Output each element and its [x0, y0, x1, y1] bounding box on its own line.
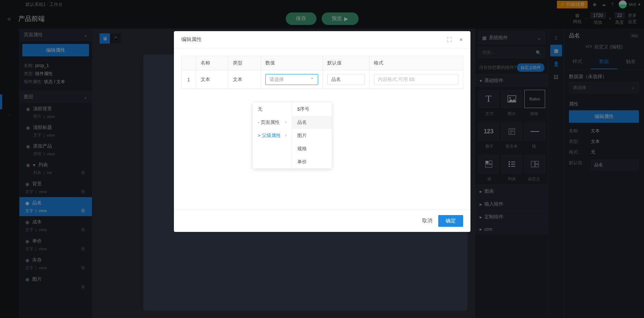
prop-format-input[interactable]: 内容格式,可用 $$	[374, 74, 458, 85]
chevron-up-icon: ⌃	[310, 77, 314, 82]
close-icon[interactable]: ✕	[459, 37, 463, 42]
cascade-item-parentprop[interactable]: > 父级属性›	[253, 129, 292, 142]
prop-default-input[interactable]: 品名	[327, 74, 365, 85]
cascade-item-index[interactable]: $序号	[292, 103, 332, 116]
cascade-item-price[interactable]: 单价	[292, 155, 332, 169]
cascade-item-none[interactable]: 无	[253, 103, 292, 116]
prop-name[interactable]: 文本	[196, 70, 228, 89]
expand-icon[interactable]: ⛶	[447, 37, 452, 42]
cascade-item-spec[interactable]: 规格	[292, 142, 332, 155]
confirm-button[interactable]: 确定	[438, 215, 463, 227]
prop-type[interactable]: 文本	[228, 70, 261, 89]
cascade-item-name[interactable]: 品名	[292, 116, 332, 129]
cascade-item-image[interactable]: 图片	[292, 129, 332, 142]
chevron-right-icon: ›	[285, 119, 287, 126]
prop-value-select[interactable]: 请选择⌃	[265, 74, 318, 85]
cancel-button[interactable]: 取消	[422, 218, 432, 224]
modal-title: 编辑属性	[181, 36, 202, 43]
property-table: 名称 类型 数值 默认值 格式 1 文本 文本 请选择⌃ 品名 内容格式,可用 …	[181, 56, 463, 89]
chevron-right-icon: ›	[285, 132, 287, 139]
cascade-item-pageprop[interactable]: - 页面属性›	[253, 116, 292, 129]
table-row: 1 文本 文本 请选择⌃ 品名 内容格式,可用 $$	[181, 70, 463, 89]
value-cascade-dropdown: 无 - 页面属性› > 父级属性› $序号 品名 图片 规格 单价	[253, 103, 332, 169]
